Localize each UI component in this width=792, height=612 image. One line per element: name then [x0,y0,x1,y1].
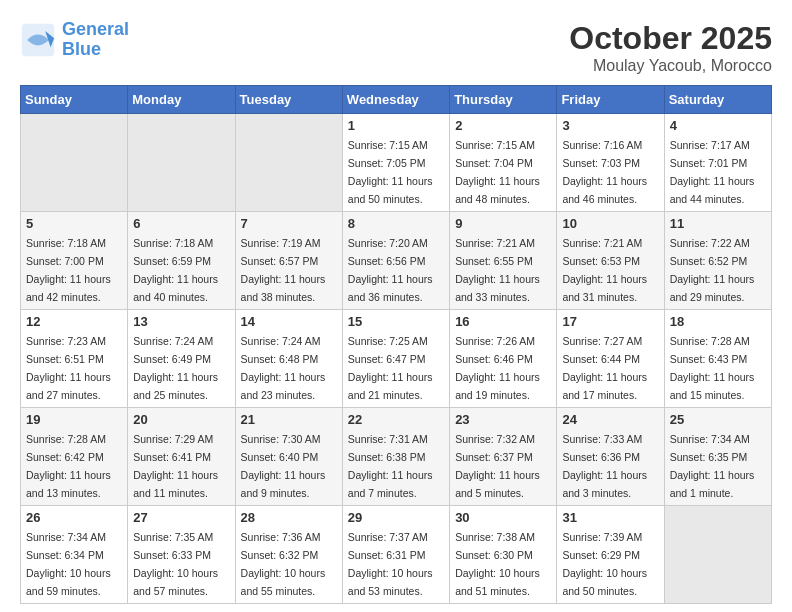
page-header: General Blue October 2025 Moulay Yacoub,… [20,20,772,75]
day-info: Sunrise: 7:16 AM Sunset: 7:03 PM Dayligh… [562,139,647,205]
calendar-cell: 30 Sunrise: 7:38 AM Sunset: 6:30 PM Dayl… [450,506,557,604]
day-number: 30 [455,510,551,525]
calendar-cell: 15 Sunrise: 7:25 AM Sunset: 6:47 PM Dayl… [342,310,449,408]
day-number: 29 [348,510,444,525]
day-number: 15 [348,314,444,329]
day-info: Sunrise: 7:30 AM Sunset: 6:40 PM Dayligh… [241,433,326,499]
day-number: 12 [26,314,122,329]
weekday-header: Tuesday [235,86,342,114]
calendar-cell: 22 Sunrise: 7:31 AM Sunset: 6:38 PM Dayl… [342,408,449,506]
day-info: Sunrise: 7:18 AM Sunset: 6:59 PM Dayligh… [133,237,218,303]
day-info: Sunrise: 7:26 AM Sunset: 6:46 PM Dayligh… [455,335,540,401]
day-info: Sunrise: 7:39 AM Sunset: 6:29 PM Dayligh… [562,531,647,597]
weekday-header: Wednesday [342,86,449,114]
day-info: Sunrise: 7:15 AM Sunset: 7:05 PM Dayligh… [348,139,433,205]
day-info: Sunrise: 7:21 AM Sunset: 6:53 PM Dayligh… [562,237,647,303]
calendar-cell: 2 Sunrise: 7:15 AM Sunset: 7:04 PM Dayli… [450,114,557,212]
location: Moulay Yacoub, Morocco [569,57,772,75]
day-info: Sunrise: 7:27 AM Sunset: 6:44 PM Dayligh… [562,335,647,401]
calendar-cell: 31 Sunrise: 7:39 AM Sunset: 6:29 PM Dayl… [557,506,664,604]
day-number: 6 [133,216,229,231]
day-info: Sunrise: 7:35 AM Sunset: 6:33 PM Dayligh… [133,531,218,597]
day-info: Sunrise: 7:32 AM Sunset: 6:37 PM Dayligh… [455,433,540,499]
day-info: Sunrise: 7:34 AM Sunset: 6:35 PM Dayligh… [670,433,755,499]
day-number: 14 [241,314,337,329]
calendar-cell: 29 Sunrise: 7:37 AM Sunset: 6:31 PM Dayl… [342,506,449,604]
calendar-cell: 24 Sunrise: 7:33 AM Sunset: 6:36 PM Dayl… [557,408,664,506]
weekday-header: Monday [128,86,235,114]
day-number: 25 [670,412,766,427]
calendar-week-row: 5 Sunrise: 7:18 AM Sunset: 7:00 PM Dayli… [21,212,772,310]
day-number: 5 [26,216,122,231]
day-number: 4 [670,118,766,133]
calendar-cell: 3 Sunrise: 7:16 AM Sunset: 7:03 PM Dayli… [557,114,664,212]
calendar-week-row: 12 Sunrise: 7:23 AM Sunset: 6:51 PM Dayl… [21,310,772,408]
day-info: Sunrise: 7:31 AM Sunset: 6:38 PM Dayligh… [348,433,433,499]
calendar-cell: 5 Sunrise: 7:18 AM Sunset: 7:00 PM Dayli… [21,212,128,310]
weekday-header: Friday [557,86,664,114]
day-info: Sunrise: 7:28 AM Sunset: 6:42 PM Dayligh… [26,433,111,499]
day-number: 13 [133,314,229,329]
day-number: 2 [455,118,551,133]
day-number: 31 [562,510,658,525]
day-info: Sunrise: 7:18 AM Sunset: 7:00 PM Dayligh… [26,237,111,303]
day-info: Sunrise: 7:24 AM Sunset: 6:48 PM Dayligh… [241,335,326,401]
day-number: 3 [562,118,658,133]
calendar-cell: 12 Sunrise: 7:23 AM Sunset: 6:51 PM Dayl… [21,310,128,408]
day-info: Sunrise: 7:36 AM Sunset: 6:32 PM Dayligh… [241,531,326,597]
calendar-cell: 18 Sunrise: 7:28 AM Sunset: 6:43 PM Dayl… [664,310,771,408]
calendar-cell [128,114,235,212]
day-info: Sunrise: 7:21 AM Sunset: 6:55 PM Dayligh… [455,237,540,303]
calendar-cell: 28 Sunrise: 7:36 AM Sunset: 6:32 PM Dayl… [235,506,342,604]
calendar-cell: 6 Sunrise: 7:18 AM Sunset: 6:59 PM Dayli… [128,212,235,310]
calendar-cell: 23 Sunrise: 7:32 AM Sunset: 6:37 PM Dayl… [450,408,557,506]
calendar-cell: 14 Sunrise: 7:24 AM Sunset: 6:48 PM Dayl… [235,310,342,408]
calendar-cell: 19 Sunrise: 7:28 AM Sunset: 6:42 PM Dayl… [21,408,128,506]
day-number: 10 [562,216,658,231]
day-info: Sunrise: 7:34 AM Sunset: 6:34 PM Dayligh… [26,531,111,597]
day-info: Sunrise: 7:15 AM Sunset: 7:04 PM Dayligh… [455,139,540,205]
weekday-header: Thursday [450,86,557,114]
day-number: 20 [133,412,229,427]
day-info: Sunrise: 7:25 AM Sunset: 6:47 PM Dayligh… [348,335,433,401]
day-info: Sunrise: 7:33 AM Sunset: 6:36 PM Dayligh… [562,433,647,499]
day-number: 27 [133,510,229,525]
day-number: 7 [241,216,337,231]
day-number: 23 [455,412,551,427]
calendar-cell: 13 Sunrise: 7:24 AM Sunset: 6:49 PM Dayl… [128,310,235,408]
day-number: 19 [26,412,122,427]
logo-text: General Blue [62,20,129,60]
day-info: Sunrise: 7:28 AM Sunset: 6:43 PM Dayligh… [670,335,755,401]
day-number: 8 [348,216,444,231]
day-info: Sunrise: 7:38 AM Sunset: 6:30 PM Dayligh… [455,531,540,597]
calendar-cell: 25 Sunrise: 7:34 AM Sunset: 6:35 PM Dayl… [664,408,771,506]
calendar-table: SundayMondayTuesdayWednesdayThursdayFrid… [20,85,772,604]
calendar-cell [21,114,128,212]
calendar-cell: 21 Sunrise: 7:30 AM Sunset: 6:40 PM Dayl… [235,408,342,506]
day-number: 9 [455,216,551,231]
day-number: 16 [455,314,551,329]
title-block: October 2025 Moulay Yacoub, Morocco [569,20,772,75]
day-info: Sunrise: 7:37 AM Sunset: 6:31 PM Dayligh… [348,531,433,597]
day-number: 11 [670,216,766,231]
calendar-cell: 11 Sunrise: 7:22 AM Sunset: 6:52 PM Dayl… [664,212,771,310]
calendar-cell: 9 Sunrise: 7:21 AM Sunset: 6:55 PM Dayli… [450,212,557,310]
logo-icon [20,22,56,58]
day-info: Sunrise: 7:17 AM Sunset: 7:01 PM Dayligh… [670,139,755,205]
calendar-cell: 8 Sunrise: 7:20 AM Sunset: 6:56 PM Dayli… [342,212,449,310]
calendar-cell: 1 Sunrise: 7:15 AM Sunset: 7:05 PM Dayli… [342,114,449,212]
day-number: 17 [562,314,658,329]
calendar-cell: 26 Sunrise: 7:34 AM Sunset: 6:34 PM Dayl… [21,506,128,604]
day-info: Sunrise: 7:19 AM Sunset: 6:57 PM Dayligh… [241,237,326,303]
calendar-cell: 20 Sunrise: 7:29 AM Sunset: 6:41 PM Dayl… [128,408,235,506]
day-number: 1 [348,118,444,133]
month-year: October 2025 [569,20,772,57]
calendar-week-row: 26 Sunrise: 7:34 AM Sunset: 6:34 PM Dayl… [21,506,772,604]
calendar-cell: 4 Sunrise: 7:17 AM Sunset: 7:01 PM Dayli… [664,114,771,212]
calendar-cell: 16 Sunrise: 7:26 AM Sunset: 6:46 PM Dayl… [450,310,557,408]
weekday-header-row: SundayMondayTuesdayWednesdayThursdayFrid… [21,86,772,114]
day-info: Sunrise: 7:24 AM Sunset: 6:49 PM Dayligh… [133,335,218,401]
calendar-cell [235,114,342,212]
day-number: 21 [241,412,337,427]
calendar-cell: 27 Sunrise: 7:35 AM Sunset: 6:33 PM Dayl… [128,506,235,604]
